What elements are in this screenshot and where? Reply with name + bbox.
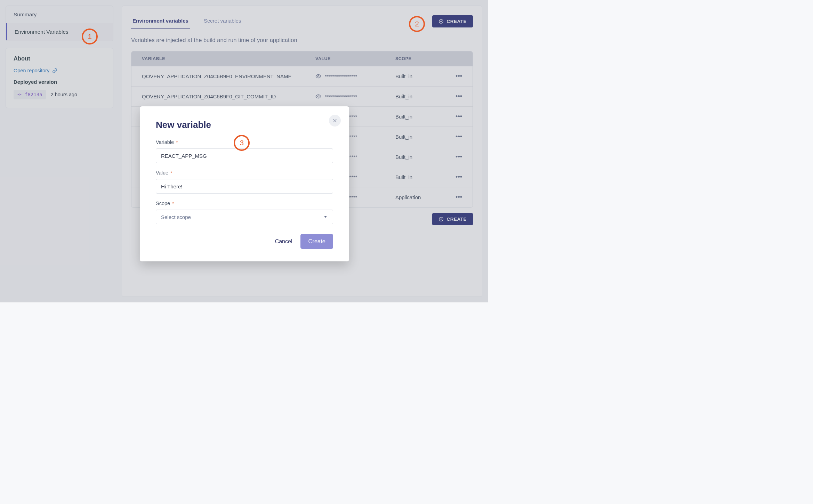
open-repository-link[interactable]: Open repository (14, 68, 57, 73)
svg-point-7 (317, 96, 319, 97)
scope-cell: Built_in (395, 134, 444, 140)
value-field[interactable] (156, 179, 333, 194)
create-button-bottom[interactable]: Create (432, 213, 473, 225)
annotation-3: 3 (234, 135, 250, 151)
create-button-label: Create (446, 217, 467, 222)
scope-select-placeholder: Select scope (161, 214, 191, 220)
value-field-label: Value (156, 170, 168, 176)
scope-cell: Built_in (395, 114, 444, 120)
row-actions-menu[interactable]: ••• (444, 93, 462, 100)
about-title: About (14, 55, 105, 62)
plus-circle-icon (438, 217, 444, 222)
variable-name-cell: QOVERY_APPLICATION_Z04C6B9F0_ENVIRONMENT… (142, 73, 315, 79)
annotation-2: 2 (409, 16, 425, 32)
row-actions-menu[interactable]: ••• (444, 133, 462, 140)
row-actions-menu[interactable]: ••• (444, 153, 462, 161)
link-icon (52, 68, 57, 73)
submit-create-button[interactable]: Create (300, 234, 333, 249)
table-header: VARIABLE VALUE SCOPE (131, 51, 473, 66)
sidebar-item-summary[interactable]: Summary (6, 6, 113, 23)
about-card: About Open repository Deployed version f… (6, 48, 113, 108)
required-indicator: * (172, 201, 174, 206)
value-cell: **************** (315, 73, 395, 79)
modal-close-button[interactable] (329, 115, 341, 127)
scope-field-label: Scope (156, 201, 170, 206)
create-button-top[interactable]: Create (432, 15, 473, 27)
modal-title: New variable (156, 120, 333, 130)
scope-select[interactable]: Select scope (156, 210, 333, 224)
commit-icon (17, 92, 22, 97)
close-icon (332, 118, 337, 123)
variable-field-label: Variable (156, 139, 174, 145)
tab-secret-variables[interactable]: Secret variables (202, 14, 243, 29)
row-actions-menu[interactable]: ••• (444, 194, 462, 201)
deployed-version-title: Deployed version (14, 79, 105, 85)
commit-time: 2 hours ago (51, 92, 78, 97)
variable-name-cell: QOVERY_APPLICATION_Z04C6B9F0_GIT_COMMIT_… (142, 94, 315, 99)
new-variable-modal: New variable Variable * Value * Scope * … (140, 106, 349, 261)
header-value: VALUE (315, 56, 395, 61)
cancel-button[interactable]: Cancel (275, 238, 292, 245)
plus-circle-icon (438, 19, 444, 24)
svg-point-6 (317, 75, 319, 77)
header-scope: SCOPE (395, 56, 444, 61)
open-repository-label: Open repository (14, 68, 49, 73)
scope-cell: Built_in (395, 94, 444, 99)
commit-hash: f8213a (25, 92, 42, 97)
eye-icon[interactable] (315, 73, 321, 79)
variable-field[interactable] (156, 148, 333, 163)
masked-value: **************** (325, 73, 357, 79)
value-cell: **************** (315, 94, 395, 99)
caret-down-icon (323, 214, 328, 219)
scope-cell: Built_in (395, 154, 444, 160)
scope-cell: Application (395, 194, 444, 200)
scope-cell: Built_in (395, 174, 444, 180)
eye-icon[interactable] (315, 94, 321, 99)
commit-badge[interactable]: f8213a (14, 90, 46, 99)
row-actions-menu[interactable]: ••• (444, 113, 462, 120)
scope-cell: Built_in (395, 73, 444, 79)
page-subtitle: Variables are injected at the build and … (131, 37, 473, 43)
row-actions-menu[interactable]: ••• (444, 173, 462, 181)
required-indicator: * (176, 140, 178, 145)
masked-value: **************** (325, 94, 357, 99)
tab-bar: Environment variables Secret variables (131, 14, 424, 29)
row-actions-menu[interactable]: ••• (444, 73, 462, 80)
create-button-label: Create (446, 19, 467, 24)
table-row: QOVERY_APPLICATION_Z04C6B9F0_GIT_COMMIT_… (131, 86, 473, 106)
required-indicator: * (170, 170, 172, 176)
table-row: QOVERY_APPLICATION_Z04C6B9F0_ENVIRONMENT… (131, 66, 473, 86)
svg-point-0 (19, 94, 20, 95)
annotation-1: 1 (82, 29, 98, 44)
header-variable: VARIABLE (142, 56, 315, 61)
tab-env-variables[interactable]: Environment variables (131, 14, 190, 29)
